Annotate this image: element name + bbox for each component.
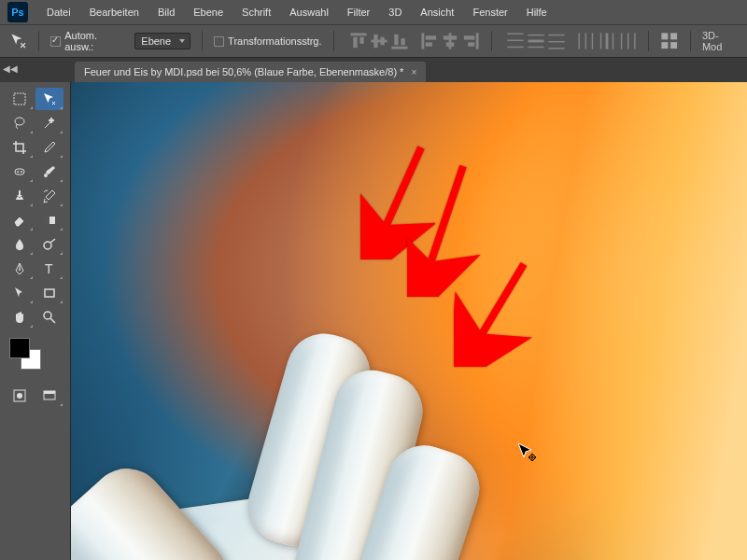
- menu-hilfe[interactable]: Hilfe: [517, 3, 557, 21]
- options-bar: Autom. ausw.: Ebene Transformationsstrg.…: [0, 24, 747, 58]
- svg-point-41: [15, 118, 24, 125]
- clone-stamp-tool[interactable]: [6, 185, 34, 207]
- eyedropper-tool[interactable]: [35, 136, 63, 159]
- svg-point-49: [19, 269, 21, 271]
- align-right-icon[interactable]: [461, 32, 480, 50]
- distribute-top-icon[interactable]: [506, 32, 525, 50]
- separator: [333, 31, 334, 51]
- menu-bearbeiten[interactable]: Bearbeiten: [80, 3, 148, 21]
- menu-datei[interactable]: Datei: [37, 3, 80, 21]
- svg-rect-11: [425, 42, 431, 46]
- svg-rect-2: [359, 37, 363, 44]
- svg-rect-27: [579, 33, 580, 49]
- svg-rect-28: [585, 33, 586, 49]
- svg-rect-16: [463, 35, 473, 39]
- svg-rect-35: [635, 33, 636, 49]
- document-tab[interactable]: Feuer und Eis by MDI.psd bei 50,6% (Blau…: [75, 62, 426, 82]
- rectangle-tool[interactable]: [35, 282, 63, 304]
- align-vcenter-icon[interactable]: [370, 32, 388, 50]
- color-swatches[interactable]: [9, 338, 41, 370]
- path-selection-tool[interactable]: [6, 282, 34, 304]
- svg-rect-31: [606, 33, 609, 49]
- separator: [38, 31, 39, 51]
- menu-ansicht[interactable]: Ansicht: [411, 3, 463, 21]
- foreground-color-swatch[interactable]: [9, 338, 30, 358]
- svg-rect-18: [508, 33, 524, 34]
- separator: [648, 31, 649, 51]
- history-brush-tool[interactable]: [35, 185, 63, 207]
- separator: [491, 31, 492, 51]
- document-tab-strip: ◀◀ Feuer und Eis by MDI.psd bei 50,6% (B…: [0, 58, 747, 82]
- svg-rect-4: [374, 35, 377, 48]
- separator: [690, 31, 691, 51]
- svg-rect-15: [475, 33, 478, 49]
- collapse-handle-icon[interactable]: ◀◀: [4, 62, 17, 75]
- hand-tool[interactable]: [6, 306, 34, 329]
- document-tab-title: Feuer und Eis by MDI.psd bei 50,6% (Blau…: [84, 66, 403, 77]
- align-left-icon[interactable]: [420, 32, 439, 50]
- svg-rect-24: [549, 35, 565, 35]
- svg-point-52: [44, 312, 51, 319]
- separator: [202, 31, 203, 51]
- menu-schrift[interactable]: Schrift: [233, 3, 280, 21]
- svg-rect-20: [508, 47, 524, 48]
- menu-3d[interactable]: 3D: [379, 3, 411, 21]
- menu-auswahl[interactable]: Auswahl: [280, 3, 338, 21]
- mode-3d-label[interactable]: 3D-Mod: [702, 30, 738, 52]
- svg-rect-5: [380, 37, 384, 46]
- menu-ebene[interactable]: Ebene: [184, 3, 233, 21]
- distribute-bottom-icon[interactable]: [547, 32, 566, 50]
- distribute-hcenter-icon[interactable]: [598, 32, 616, 50]
- svg-rect-1: [353, 37, 357, 48]
- distribute-right-icon[interactable]: [618, 32, 637, 50]
- align-top-icon[interactable]: [349, 32, 368, 50]
- marquee-tool[interactable]: [6, 88, 34, 110]
- svg-rect-47: [44, 217, 49, 224]
- svg-rect-17: [468, 42, 474, 46]
- menu-bar: Ps Datei Bearbeiten Bild Ebene Schrift A…: [0, 0, 747, 24]
- zoom-tool[interactable]: [35, 306, 63, 329]
- svg-rect-56: [44, 391, 55, 394]
- menu-bild[interactable]: Bild: [148, 3, 184, 21]
- svg-point-48: [44, 242, 51, 249]
- blur-tool[interactable]: [6, 233, 34, 256]
- svg-rect-29: [592, 33, 593, 49]
- distribute-vcenter-icon[interactable]: [527, 32, 545, 50]
- workspace: T: [0, 82, 747, 560]
- align-group-2: [420, 32, 480, 50]
- auto-select-checkbox[interactable]: Autom. ausw.:: [50, 30, 127, 52]
- align-bottom-icon[interactable]: [390, 32, 409, 50]
- menu-fenster[interactable]: Fenster: [463, 3, 516, 21]
- close-tab-icon[interactable]: ×: [411, 67, 416, 77]
- svg-rect-3: [371, 40, 387, 43]
- dodge-tool[interactable]: [35, 233, 63, 256]
- svg-rect-9: [421, 33, 424, 49]
- eraser-tool[interactable]: [6, 209, 34, 231]
- svg-rect-26: [549, 48, 565, 49]
- transform-controls-checkbox[interactable]: Transformationsstrg.: [214, 35, 321, 47]
- svg-rect-12: [448, 33, 451, 49]
- quick-mask-toggle[interactable]: [6, 385, 34, 407]
- screen-mode-toggle[interactable]: [35, 385, 63, 407]
- pen-tool[interactable]: [6, 258, 34, 280]
- magic-wand-tool[interactable]: [35, 112, 63, 134]
- document-canvas[interactable]: [71, 82, 747, 560]
- move-tool[interactable]: [35, 88, 63, 110]
- gradient-tool[interactable]: [35, 209, 63, 231]
- menu-filter[interactable]: Filter: [338, 3, 379, 21]
- svg-rect-37: [671, 34, 678, 40]
- type-tool[interactable]: T: [35, 258, 63, 280]
- align-hcenter-icon[interactable]: [441, 32, 459, 50]
- auto-align-icon[interactable]: [660, 32, 678, 50]
- svg-rect-36: [662, 34, 669, 40]
- lasso-tool[interactable]: [6, 112, 34, 134]
- svg-point-44: [21, 171, 22, 173]
- healing-brush-tool[interactable]: [6, 161, 34, 183]
- svg-rect-8: [401, 38, 404, 45]
- layer-type-dropdown[interactable]: Ebene: [134, 33, 190, 49]
- crop-tool[interactable]: [6, 136, 34, 159]
- brush-tool[interactable]: [35, 161, 63, 183]
- checkbox-icon: [214, 36, 224, 47]
- svg-text:T: T: [45, 261, 53, 276]
- distribute-left-icon[interactable]: [577, 32, 596, 50]
